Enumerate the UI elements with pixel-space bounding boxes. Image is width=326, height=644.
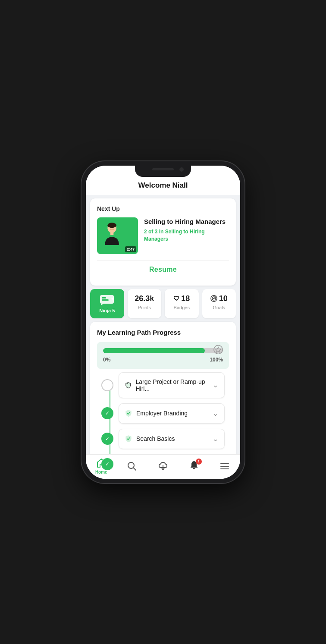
svg-marker-12 [216, 347, 221, 352]
path-dot-3: ✓ [101, 433, 113, 445]
goals-card: 10 Goals [202, 289, 236, 318]
progress-title: My Learning Path Progress [97, 329, 229, 336]
nav-download[interactable] [152, 461, 174, 471]
progress-bar-wrapper [103, 348, 223, 353]
chevron-icon-2: ⌄ [213, 409, 218, 418]
ninja-icon-wrapper: Ninja 5 [94, 294, 121, 313]
chevron-icon-3: ⌄ [213, 435, 218, 443]
path-item-card-2[interactable]: Employer Branding ⌄ [119, 403, 225, 424]
badges-label: Badges [168, 305, 195, 310]
phone-screen: Welcome Niall Next Up [86, 166, 240, 479]
svg-line-10 [214, 296, 216, 298]
scroll-container: Welcome Niall Next Up [86, 166, 240, 479]
shield-icon-2 [125, 410, 132, 417]
video-thumbnail[interactable]: 2:47 [97, 217, 138, 254]
progress-bar-fill [103, 348, 205, 353]
nav-search[interactable] [121, 461, 143, 471]
path-item-2: ✓ Employer Branding ⌄ [101, 403, 225, 424]
path-item-left-1: Large Project or Ramp-up Hiri... [125, 378, 213, 392]
next-up-label: Next Up [97, 205, 229, 212]
video-subtitle: 2 of 3 in Selling to Hiring Managers [144, 228, 229, 243]
path-item-label-2: Employer Branding [136, 410, 188, 417]
video-title: Selling to Hiring Managers [144, 217, 229, 226]
welcome-title: Welcome Niall [138, 181, 188, 189]
points-value: 26.3k [131, 294, 158, 303]
svg-line-15 [134, 468, 136, 470]
progress-start: 0% [103, 357, 110, 363]
path-item-1: Large Project or Ramp-up Hiri... ⌄ [101, 372, 225, 398]
bell-badge: 2 [196, 459, 202, 465]
next-up-card: Next Up [90, 198, 236, 286]
badges-card: 🛡 18 Badges [165, 289, 199, 318]
svg-rect-2 [110, 232, 113, 235]
path-dot-2: ✓ [101, 407, 113, 419]
goals-value: 10 [206, 294, 233, 303]
ninja-card: Ninja 5 [90, 289, 124, 318]
path-item-left-3: Search Basics [125, 435, 175, 442]
path-item-label-1: Large Project or Ramp-up Hiri... [135, 378, 213, 392]
phone-camera [179, 167, 184, 172]
badges-value: 🛡 18 [168, 294, 195, 303]
bell-wrapper: 2 [189, 460, 199, 472]
star-icon [213, 345, 223, 356]
goals-icon [210, 295, 217, 302]
path-dot-4: ✓ [101, 458, 113, 470]
points-label: Points [131, 305, 158, 310]
person-illustration [97, 217, 127, 252]
shield-icon-3 [125, 435, 132, 442]
path-item-left-2: Employer Branding [125, 410, 188, 417]
video-duration: 2:47 [125, 246, 136, 252]
chevron-icon-1: ⌄ [213, 381, 218, 389]
path-item-card-3[interactable]: Search Basics ⌄ [119, 429, 225, 449]
stats-row: Ninja 5 26.3k Points 🛡 18 Badges [90, 289, 236, 318]
shield-icon-1 [125, 382, 131, 389]
ninja-label: Ninja 5 [99, 308, 115, 313]
goals-label: Goals [206, 305, 233, 310]
points-card: 26.3k Points [128, 289, 162, 318]
svg-rect-4 [102, 297, 106, 298]
path-dot-1 [101, 379, 113, 391]
svg-rect-5 [102, 299, 109, 301]
next-up-content: 2:47 Selling to Hiring Managers 2 of 3 i… [97, 217, 229, 254]
path-item-card-1[interactable]: Large Project or Ramp-up Hiri... ⌄ [119, 372, 225, 398]
nav-bell[interactable]: 2 [183, 460, 205, 472]
svg-point-1 [107, 223, 116, 228]
path-item-label-3: Search Basics [136, 435, 175, 442]
ninja-icon [99, 294, 115, 306]
progress-bar-bg [103, 348, 223, 353]
next-up-info: Selling to Hiring Managers 2 of 3 in Sel… [144, 217, 229, 243]
path-item-3: ✓ Search Basics ⌄ [101, 429, 225, 449]
menu-icon [219, 461, 230, 471]
search-icon [127, 461, 137, 471]
badge-icon: 🛡 [173, 295, 179, 302]
nav-menu[interactable] [214, 461, 235, 471]
phone-frame: Welcome Niall Next Up [82, 161, 244, 483]
progress-labels: 0% 100% [103, 357, 223, 363]
phone-speaker [152, 168, 174, 170]
resume-button[interactable]: Resume [97, 260, 229, 279]
download-icon [158, 461, 168, 471]
progress-bar-container: 0% 100% [97, 342, 229, 369]
progress-end: 100% [210, 357, 223, 363]
nav-home-label: Home [95, 470, 107, 474]
